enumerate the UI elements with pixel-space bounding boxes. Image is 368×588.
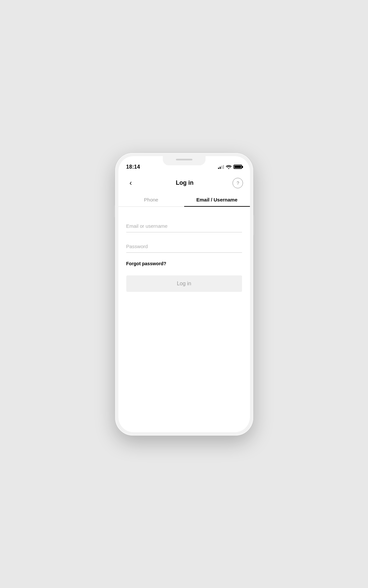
signal-bar-1 <box>218 168 219 169</box>
tab-phone[interactable]: Phone <box>118 193 184 206</box>
app-content: ‹ Log in ? Phone Email / Username <box>118 173 250 432</box>
email-input-group <box>126 220 242 232</box>
tab-email-username[interactable]: Email / Username <box>184 193 250 206</box>
signal-icon <box>218 165 224 169</box>
notch <box>163 156 206 165</box>
status-icons <box>218 165 242 169</box>
password-input[interactable] <box>126 240 242 253</box>
tab-email-username-label: Email / Username <box>196 197 237 202</box>
signal-bar-4 <box>223 165 224 169</box>
phone-screen: 18:14 <box>118 156 250 432</box>
email-input[interactable] <box>126 220 242 232</box>
signal-bar-2 <box>220 167 221 169</box>
question-mark-icon: ? <box>237 180 239 186</box>
login-button[interactable]: Log in <box>126 275 242 292</box>
tab-phone-label: Phone <box>144 197 158 202</box>
back-button[interactable]: ‹ <box>125 177 137 189</box>
login-form: Forgot password? Log in <box>118 207 250 432</box>
back-chevron-icon: ‹ <box>130 179 132 187</box>
login-tabs: Phone Email / Username <box>118 193 250 207</box>
password-input-group <box>126 240 242 253</box>
phone-frame: 18:14 <box>115 153 253 435</box>
header: ‹ Log in ? <box>118 173 250 193</box>
battery-fill <box>234 166 241 168</box>
wifi-icon <box>226 165 232 169</box>
signal-bar-3 <box>221 166 222 169</box>
page-title: Log in <box>176 179 194 186</box>
help-button[interactable]: ? <box>233 178 243 188</box>
status-time: 18:14 <box>126 164 140 170</box>
forgot-password-link[interactable]: Forgot password? <box>126 261 166 266</box>
battery-icon <box>233 165 242 169</box>
speaker <box>176 159 192 160</box>
